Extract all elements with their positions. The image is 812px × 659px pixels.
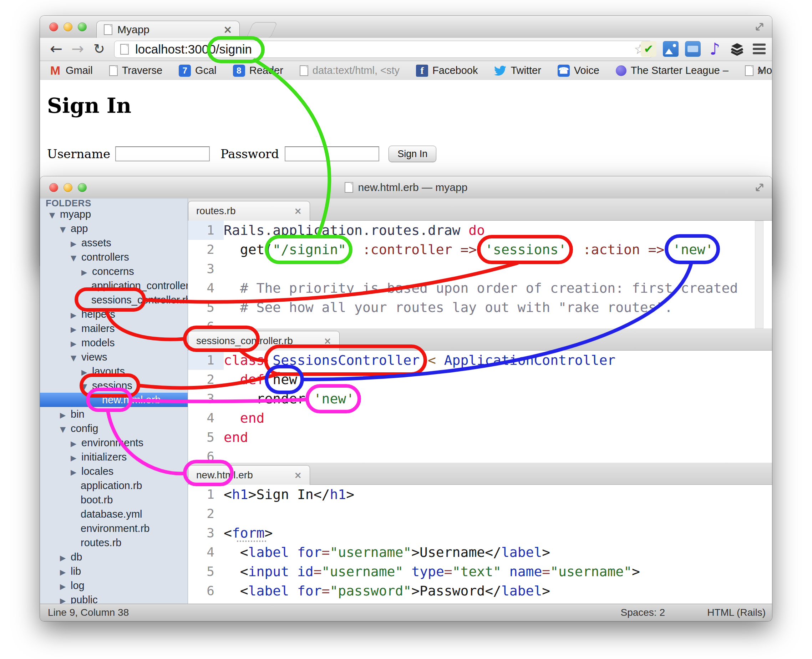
- bookmark-item[interactable]: MGmail: [49, 65, 93, 77]
- close-button[interactable]: [49, 22, 58, 32]
- new-tab-button[interactable]: [246, 22, 278, 38]
- photos-extension-icon[interactable]: [663, 41, 678, 57]
- tree-item-new-html-erb[interactable]: new.html.erb: [40, 393, 188, 407]
- syntax-mode-status[interactable]: HTML (Rails): [707, 607, 766, 618]
- triangle-closed-icon[interactable]: ▶: [71, 437, 81, 450]
- zoom-button[interactable]: [78, 22, 87, 32]
- bookmark-item[interactable]: fFacebook: [416, 65, 478, 77]
- tree-item-helpers[interactable]: ▶helpers: [40, 307, 188, 321]
- bookmarks-overflow-chevron[interactable]: »: [757, 63, 764, 78]
- triangle-closed-icon[interactable]: ▶: [60, 565, 71, 578]
- checkmark-extension-icon[interactable]: ✔: [641, 41, 656, 57]
- triangle-closed-icon[interactable]: ▶: [60, 579, 71, 593]
- cursor-position-status: Line 9, Column 38: [48, 607, 129, 618]
- tree-item-db[interactable]: ▶db: [40, 550, 188, 564]
- editor-titlebar[interactable]: new.html.erb — myapp: [40, 177, 772, 199]
- tree-item-sessions[interactable]: ▼sessions: [40, 378, 188, 393]
- triangle-open-icon[interactable]: ▼: [60, 423, 71, 435]
- tree-item-environment-rb[interactable]: environment.rb: [40, 521, 188, 536]
- tab-close-icon[interactable]: ×: [324, 336, 331, 346]
- triangle-open-icon[interactable]: ▼: [60, 222, 71, 236]
- tree-item-sessions-controller-rb[interactable]: sessions_controller.rb: [40, 293, 188, 307]
- forward-button[interactable]: →: [71, 40, 84, 57]
- tree-item-myapp[interactable]: ▼myapp: [40, 207, 188, 221]
- url-text[interactable]: localhost:3000/signin: [135, 42, 634, 57]
- back-button[interactable]: ←: [50, 40, 63, 57]
- triangle-closed-icon[interactable]: ▶: [60, 594, 71, 604]
- editor-statusbar: Line 9, Column 38 Spaces: 2 HTML (Rails): [40, 604, 772, 621]
- tree-item-routes-rb[interactable]: routes.rb: [40, 536, 188, 550]
- line-number: 3: [188, 259, 224, 279]
- tree-item-label: concerns: [92, 266, 134, 277]
- bookmark-item[interactable]: Twitter: [494, 65, 541, 77]
- bookmark-item[interactable]: ☎Voice: [558, 65, 600, 77]
- tab-close-icon[interactable]: ×: [223, 23, 232, 36]
- layers-extension-icon[interactable]: [729, 41, 745, 57]
- tree-item-assets[interactable]: ▶assets: [40, 236, 188, 250]
- tree-item-application-rb[interactable]: application.rb: [40, 478, 188, 493]
- bookmark-item[interactable]: 8Reader: [233, 65, 283, 77]
- tree-item-public[interactable]: ▶public: [40, 593, 188, 604]
- bookmark-item[interactable]: The Starter League –: [616, 65, 729, 76]
- code-routes-rb[interactable]: 1Rails.application.routes.draw do2 get("…: [188, 221, 772, 328]
- triangle-closed-icon[interactable]: ▶: [71, 465, 81, 478]
- chrome-menu-icon[interactable]: [751, 41, 767, 57]
- tree-item-boot-rb[interactable]: boot.rb: [40, 493, 188, 507]
- bookmark-item[interactable]: Traverse: [109, 65, 162, 76]
- triangle-closed-icon[interactable]: ▶: [71, 236, 81, 250]
- tree-item-controllers[interactable]: ▼controllers: [40, 250, 188, 264]
- tree-item-label: initializers: [81, 451, 127, 463]
- tree-item-initializers[interactable]: ▶initializers: [40, 450, 188, 464]
- browser-tab-myapp[interactable]: Myapp ×: [96, 21, 240, 38]
- triangle-closed-icon[interactable]: ▶: [81, 365, 92, 378]
- password-input[interactable]: [285, 147, 379, 161]
- triangle-closed-icon[interactable]: ▶: [71, 451, 81, 464]
- music-note-extension-icon[interactable]: ♪: [707, 41, 723, 57]
- tree-item-layouts[interactable]: ▶layouts: [40, 364, 188, 378]
- tab-close-icon[interactable]: ×: [294, 470, 302, 481]
- tree-item-mailers[interactable]: ▶mailers: [40, 321, 188, 336]
- triangle-open-icon[interactable]: ▼: [81, 380, 92, 393]
- triangle-closed-icon[interactable]: ▶: [60, 551, 71, 564]
- bookmark-item[interactable]: 7Gcal: [179, 65, 217, 77]
- triangle-closed-icon[interactable]: ▶: [60, 408, 71, 421]
- code-line: 3<form>: [188, 523, 772, 542]
- tab-sessions-controller-rb[interactable]: sessions_controller.rb ×: [188, 331, 340, 350]
- tree-item-environments[interactable]: ▶environments: [40, 435, 188, 450]
- code-new-html-erb[interactable]: 1<h1>Sign In</h1>23<form>4 <label for="u…: [188, 485, 772, 604]
- username-input[interactable]: [115, 147, 210, 161]
- tree-item-bin[interactable]: ▶bin: [40, 407, 188, 421]
- window-resize-icon[interactable]: [753, 20, 766, 33]
- tree-item-lib[interactable]: ▶lib: [40, 564, 188, 578]
- tree-item-log[interactable]: ▶log: [40, 578, 188, 593]
- url-bar[interactable]: localhost:3000/signin ☆: [114, 41, 652, 58]
- tree-item-application-controller-rb[interactable]: application_controller.rb: [40, 279, 188, 293]
- triangle-closed-icon[interactable]: ▶: [71, 322, 81, 336]
- line-number: 2: [188, 504, 224, 523]
- window-resize-icon[interactable]: [753, 181, 766, 194]
- tree-item-locales[interactable]: ▶locales: [40, 464, 188, 478]
- tree-item-views[interactable]: ▼views: [40, 350, 188, 364]
- reload-button[interactable]: ↻: [93, 41, 105, 57]
- tree-item-models[interactable]: ▶models: [40, 336, 188, 350]
- browser-titlebar[interactable]: Myapp ×: [40, 16, 772, 38]
- tree-item-config[interactable]: ▼config: [40, 421, 188, 435]
- triangle-closed-icon[interactable]: ▶: [71, 337, 81, 350]
- code-sessions-controller-rb[interactable]: 1class SessionsController < ApplicationC…: [188, 350, 772, 463]
- triangle-open-icon[interactable]: ▼: [71, 351, 81, 364]
- minimize-button[interactable]: [63, 22, 72, 32]
- tab-routes-rb[interactable]: routes.rb ×: [188, 201, 310, 221]
- bookmark-item[interactable]: data:text/html, <sty: [300, 65, 400, 76]
- tree-item-concerns[interactable]: ▶concerns: [40, 264, 188, 279]
- tree-item-app[interactable]: ▼app: [40, 221, 188, 236]
- tab-new-html-erb[interactable]: new.html.erb ×: [188, 465, 310, 485]
- tree-item-database-yml[interactable]: database.yml: [40, 507, 188, 521]
- triangle-closed-icon[interactable]: ▶: [71, 308, 81, 321]
- signin-button[interactable]: Sign In: [389, 146, 436, 162]
- triangle-closed-icon[interactable]: ▶: [81, 265, 92, 279]
- indentation-status[interactable]: Spaces: 2: [620, 607, 665, 618]
- triangle-open-icon[interactable]: ▼: [49, 208, 60, 221]
- triangle-open-icon[interactable]: ▼: [71, 251, 81, 264]
- folder-extension-icon[interactable]: [685, 41, 701, 57]
- tab-close-icon[interactable]: ×: [294, 206, 302, 216]
